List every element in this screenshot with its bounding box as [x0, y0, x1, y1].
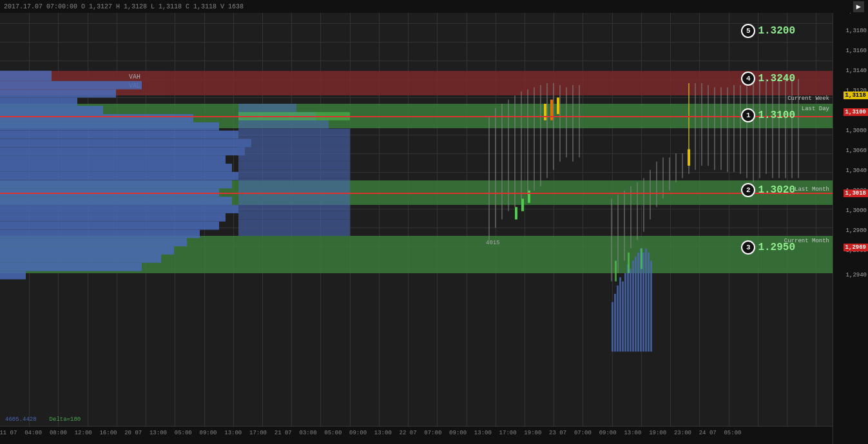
svg-rect-3	[0, 97, 77, 106]
svg-rect-28	[238, 128, 350, 137]
svg-rect-36	[238, 195, 350, 203]
svg-rect-13	[0, 180, 232, 189]
level-badge-3: 3 1.2950	[741, 240, 795, 255]
svg-rect-22	[0, 255, 161, 263]
time-label-4: 12:00	[75, 430, 92, 436]
svg-rect-57	[544, 104, 546, 121]
svg-rect-31	[238, 153, 350, 162]
svg-rect-103	[630, 269, 632, 351]
badge-price-5: 1.3200	[758, 25, 795, 37]
svg-rect-2	[0, 90, 116, 98]
svg-rect-99	[619, 277, 621, 351]
badge-price-4: 1.3240	[758, 73, 795, 84]
play-button[interactable]: ▶	[853, 1, 864, 12]
price-tick-8: 1,3060	[846, 148, 867, 154]
level-badge-5: 5 1.3200	[741, 24, 795, 38]
time-label-29: 24 07	[699, 430, 717, 436]
time-label-11: 17:00	[249, 430, 267, 436]
badge-circle-2: 2	[741, 183, 755, 197]
svg-rect-15	[0, 197, 232, 205]
price-tick-red-2: 1,3018	[844, 189, 868, 197]
svg-rect-59	[557, 97, 559, 114]
price-tick-12: 1,2980	[846, 227, 867, 234]
svg-rect-8	[0, 139, 251, 148]
svg-rect-102	[627, 265, 629, 352]
svg-rect-94	[688, 150, 690, 166]
svg-rect-0	[0, 71, 52, 81]
time-label-28: 23:00	[674, 430, 691, 436]
svg-rect-7	[0, 131, 238, 139]
badge-circle-5: 5	[741, 24, 755, 38]
time-label-15: 09:00	[349, 430, 367, 436]
svg-rect-25	[238, 104, 296, 112]
badge-circle-1: 1	[741, 108, 755, 122]
time-label-8: 05:00	[175, 430, 192, 436]
current-week-label: Current Week	[787, 95, 829, 102]
price-tick-4: 1,3140	[846, 68, 867, 74]
price-tick-11: 1,3000	[846, 208, 867, 214]
stat-delta: Delta=180	[50, 416, 81, 423]
time-label-1: 11 07	[0, 430, 17, 436]
price-axis: 1,3200 1,3180 1,3160 1,3140 1,3120 1,311…	[833, 0, 868, 444]
time-label-19: 09:00	[449, 430, 467, 436]
svg-rect-37	[238, 203, 350, 211]
volume-profile-left	[0, 13, 350, 426]
svg-rect-16	[0, 205, 238, 213]
time-label-22: 19:00	[524, 430, 541, 436]
svg-rect-11	[0, 164, 232, 172]
svg-rect-21	[0, 246, 174, 255]
level-badge-4: 4 1.3240	[741, 72, 795, 86]
time-label-10: 13:00	[224, 430, 242, 436]
svg-rect-108	[642, 253, 644, 352]
badge-circle-4: 4	[741, 72, 755, 86]
svg-rect-109	[645, 248, 647, 351]
time-label-30: 05:00	[724, 430, 741, 436]
svg-rect-30	[238, 145, 350, 153]
last-day-label: Last Day	[802, 106, 829, 112]
price-tick-2: 1,3180	[846, 28, 867, 34]
time-label-6: 20 07	[124, 430, 142, 436]
svg-rect-32	[238, 162, 350, 170]
time-label-16: 13:00	[374, 430, 392, 436]
svg-rect-23	[0, 263, 142, 271]
svg-rect-29	[238, 137, 350, 145]
svg-rect-106	[637, 253, 639, 352]
price-tick-red-3: 1,2969	[844, 244, 868, 251]
chart-area: VAH VAL	[0, 13, 833, 426]
svg-rect-38	[238, 211, 350, 220]
red-hline-1	[0, 116, 833, 117]
badge-price-1: 1.3100	[758, 110, 795, 121]
svg-rect-111	[650, 261, 652, 352]
time-label-25: 09:00	[599, 430, 617, 436]
svg-rect-97	[614, 294, 616, 352]
badge-price-3: 1.2950	[758, 242, 795, 253]
svg-rect-39	[238, 220, 350, 228]
time-label-18: 07:00	[424, 430, 441, 436]
time-label-21: 17:00	[499, 430, 517, 436]
price-tick-3: 1,3160	[846, 48, 867, 54]
price-tick-yellow: 1,3118	[844, 92, 868, 99]
time-label-5: 16:00	[99, 430, 117, 436]
time-label-9: 09:00	[199, 430, 217, 436]
svg-rect-101	[624, 273, 626, 352]
svg-rect-9	[0, 147, 245, 155]
svg-rect-104	[632, 261, 634, 352]
time-label-14: 05:00	[324, 430, 342, 436]
svg-rect-19	[0, 230, 200, 238]
svg-rect-96	[612, 302, 613, 352]
svg-rect-20	[0, 238, 187, 246]
svg-rect-4	[0, 106, 103, 114]
price-tick-red-1: 1,3100	[844, 108, 868, 116]
price-tick-14: 1,2940	[846, 272, 867, 278]
bottom-stats: 4605.4428 Delta=180	[0, 413, 86, 426]
svg-rect-6	[0, 122, 219, 131]
price-tick-9: 1,3040	[846, 168, 867, 174]
stat-volume: 4605.4428	[5, 416, 37, 423]
chart-container: 2017.17.07 07:00:00 O 1,3127 H 1,3128 L …	[0, 0, 868, 444]
svg-rect-34	[238, 178, 350, 186]
svg-rect-17	[0, 213, 226, 222]
last-month-label: Last Month	[795, 186, 829, 193]
time-label-23: 23 07	[549, 430, 566, 436]
time-label-20: 13:00	[474, 430, 492, 436]
time-label-12: 21 07	[275, 430, 292, 436]
